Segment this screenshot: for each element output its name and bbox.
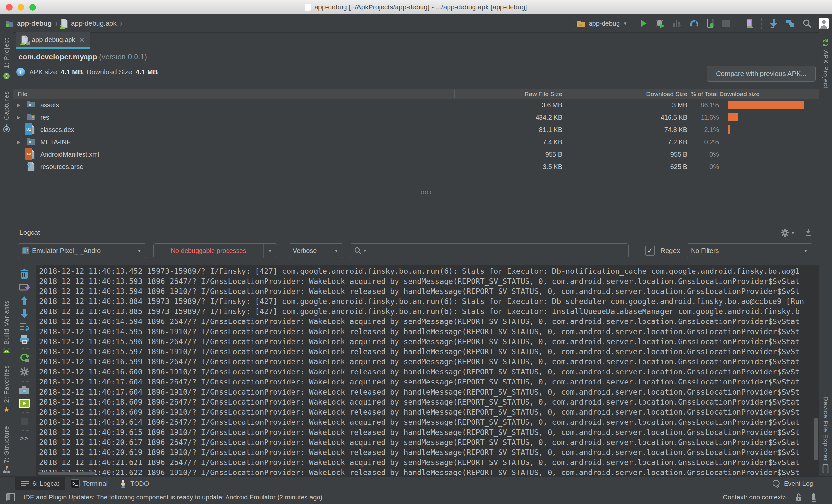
android-profiler-button[interactable] (689, 18, 699, 29)
todo-icon (119, 479, 127, 488)
tool-button-project[interactable]: 1: Project (3, 38, 10, 68)
folder-icon (27, 100, 36, 108)
regex-checkbox[interactable]: ✓ (645, 246, 655, 256)
breadcrumb-chevron-icon: › (55, 18, 57, 29)
column-download-size[interactable]: Download Size (646, 89, 687, 99)
soft-wraps-button[interactable] (20, 322, 29, 331)
log-line: 2018-12-12 11:40:16.600 1896-1910/? I/Gn… (39, 367, 819, 377)
screenshot-button[interactable] (19, 386, 30, 395)
percent-of-total: 11.6% (701, 111, 719, 123)
tool-button-structure[interactable]: 7: Structure (3, 426, 10, 463)
filter-select[interactable]: No Filters ▼ (687, 243, 812, 258)
log-line: 2018-12-12 11:40:13.452 15973-15989/? I/… (39, 266, 819, 276)
horizontal-scrollbar-thumb[interactable] (38, 472, 96, 475)
breadcrumb-file[interactable]: app-debug.apk (71, 20, 117, 27)
column-raw-file-size[interactable]: Raw File Size (524, 89, 562, 99)
status-message[interactable]: IDE and Plugin Updates: The following co… (23, 494, 322, 501)
device-select[interactable]: Emulator Pixel_-_Andro ▼ (18, 243, 146, 258)
expand-arrow-icon[interactable]: ▶ (17, 136, 21, 148)
attach-debugger-button[interactable] (706, 18, 714, 29)
screen-record-button[interactable] (19, 398, 30, 408)
table-row[interactable]: ▶META-INF7.4 KB7.2 KB0.2% (13, 136, 819, 148)
regex-label: Regex (660, 247, 680, 255)
breadcrumb-project[interactable]: app-debug (17, 20, 52, 27)
run-configuration-select[interactable]: app-debug ▼ (573, 17, 631, 30)
profile-button[interactable] (673, 18, 682, 29)
table-row[interactable]: <>AndroidManifest.xml955 B955 B0% (13, 148, 819, 161)
splitter-handle[interactable] (420, 191, 432, 194)
hide-panel-button[interactable] (803, 228, 813, 237)
tab-close-icon[interactable]: ✕ (79, 36, 84, 44)
file-name: resources.arsc (40, 161, 83, 173)
logcat-search-input[interactable]: ▼ (350, 243, 628, 258)
tool-button-captures[interactable]: Captures (3, 91, 10, 120)
debug-button[interactable] (655, 18, 665, 29)
tool-tab-logcat[interactable]: 6: Logcat (15, 477, 65, 491)
project-structure-button[interactable] (786, 18, 795, 29)
main-toolbar: app-debug ▼ (573, 14, 829, 32)
process-select-value: No debuggable processes (171, 247, 246, 255)
sdk-manager-button[interactable] (769, 18, 778, 29)
toggle-tool-windows-icon[interactable] (6, 493, 15, 501)
tool-tab-terminal[interactable]: Terminal (65, 477, 113, 491)
tool-button-device-file-explorer[interactable]: Device File Explorer (822, 396, 829, 461)
expand-arrow-icon[interactable]: ▶ (17, 111, 21, 123)
download-size: 7.2 KB (668, 136, 687, 148)
tool-tab-todo[interactable]: TODO (113, 477, 155, 491)
settings-gear-button[interactable] (20, 367, 29, 377)
search-everywhere-button[interactable] (802, 18, 811, 29)
user-avatar-icon[interactable] (819, 18, 829, 29)
tool-button-favorites[interactable]: 2: Favorites (3, 365, 10, 403)
column-percent-of-total[interactable]: % of Total Download size (691, 89, 759, 99)
inspections-profile-icon[interactable] (810, 493, 817, 502)
log-level-value: Verbose (293, 247, 316, 255)
navigation-bar: app-debug › app-debug.apk › app-debug ▼ (0, 14, 832, 33)
percent-bar (728, 113, 738, 121)
log-line: 2018-12-12 11:40:14.595 1896-1910/? I/Gn… (39, 327, 819, 337)
event-log-button[interactable]: Event Log (772, 479, 813, 488)
stop-disabled-button[interactable] (20, 417, 29, 426)
vertical-scrollbar-thumb[interactable] (814, 418, 818, 460)
print-button[interactable] (20, 335, 29, 344)
lock-icon (26, 42, 30, 45)
breadcrumb: app-debug › app-debug.apk › (0, 19, 122, 28)
expand-arrow-icon[interactable]: ▶ (17, 99, 21, 111)
table-row[interactable]: ?resources.arsc3.5 KB625 B0% (13, 161, 819, 173)
file-name: META-INF (40, 136, 71, 148)
avd-manager-button[interactable] (746, 18, 754, 29)
unlock-icon[interactable] (795, 493, 802, 502)
logcat-body: >> 2018-12-12 11:40:13.452 15973-15989/?… (13, 265, 819, 476)
more-actions-button[interactable]: >> (20, 435, 29, 442)
log-line: 2018-12-12 11:40:21.621 1896-2647/? I/Gn… (39, 457, 819, 468)
scroll-to-end-button[interactable] (19, 283, 30, 292)
column-divider[interactable] (454, 90, 455, 98)
tool-button-build-variants[interactable]: Build Variants (3, 300, 10, 344)
chevron-down-icon: ▼ (330, 244, 343, 258)
compare-apk-button[interactable]: Compare with previous APK... (707, 65, 816, 82)
context-indicator[interactable]: Context: <no context> (723, 494, 786, 501)
tool-button-apk-project[interactable]: APK Project (822, 50, 829, 89)
search-icon (354, 247, 362, 255)
run-button[interactable] (639, 18, 648, 29)
column-divider[interactable] (825, 90, 826, 98)
run-config-folder-icon (577, 20, 585, 27)
column-divider[interactable] (565, 90, 565, 98)
down-stack-trace-button[interactable] (20, 309, 29, 318)
info-icon: i (16, 67, 25, 76)
restart-button[interactable] (20, 353, 29, 363)
tab-app-debug-apk[interactable]: app-debug.apk ✕ (16, 32, 90, 49)
table-row[interactable]: ▶res434.2 KB416.5 KB11.6% (13, 111, 819, 123)
table-row[interactable]: ▶assets3.6 MB3 MB86.1% (13, 99, 819, 111)
column-file[interactable]: File (18, 89, 28, 99)
log-line: 2018-12-12 11:40:15.596 1896-2647/? I/Gn… (39, 337, 819, 347)
process-select[interactable]: No debuggable processes ▼ (153, 243, 277, 258)
clear-logcat-button[interactable] (20, 269, 29, 279)
logcat-output[interactable]: 2018-12-12 11:40:13.452 15973-15989/? I/… (36, 265, 819, 476)
table-row[interactable]: 01classes.dex81.1 KB74.8 KB2.1% (13, 123, 819, 136)
stop-button[interactable] (722, 18, 730, 29)
android-studio-icon (3, 72, 10, 80)
up-stack-trace-button[interactable] (20, 296, 29, 305)
emulator-icon (22, 247, 29, 255)
logcat-settings-button[interactable]: ▼ (780, 228, 795, 237)
log-level-select[interactable]: Verbose ▼ (289, 243, 343, 258)
